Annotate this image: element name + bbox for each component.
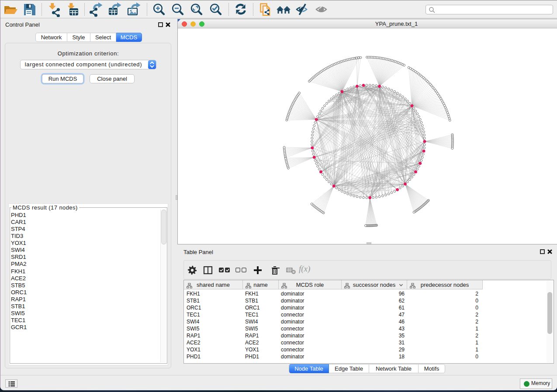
svg-text:f(x): f(x) [299, 264, 310, 274]
